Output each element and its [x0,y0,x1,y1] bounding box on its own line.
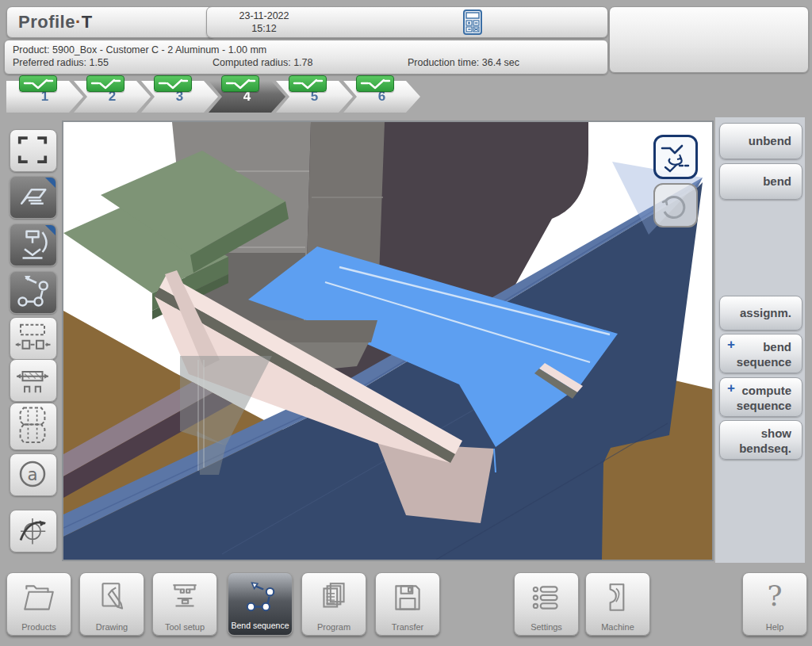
preferred-radius: Preferred radius: 1.55 [13,57,109,68]
step-done-badge-2 [86,75,124,92]
tool-position-button[interactable] [10,359,57,402]
backgauge-fingers-button[interactable] [10,317,57,360]
machine-button[interactable]: Machine [585,572,650,636]
bend-sequence-button[interactable]: + bend sequence [719,334,802,373]
svg-text:a: a [27,464,37,484]
calculator-icon[interactable] [462,10,483,35]
plus-icon: + [727,337,735,353]
drawing-button[interactable]: Drawing [79,572,144,636]
auto-dimension-button[interactable]: a [10,453,57,496]
unfolded-view-button[interactable] [10,403,57,450]
step-done-badge-3 [154,75,192,92]
undo-rotation-button[interactable] [653,183,698,227]
settings-button[interactable]: Settings [514,572,579,636]
step-done-badge-5 [289,75,327,92]
tool-setup-button[interactable]: Tool setup [152,572,217,636]
compute-sequence-button[interactable]: + compute sequence [719,377,802,417]
computed-radius: Computed radius: 1.78 [213,57,312,68]
option-badge-icon [45,178,56,188]
view-part-button[interactable] [10,176,57,219]
transfer-button[interactable]: Transfer [375,572,440,636]
products-button[interactable]: Products [6,572,71,636]
datetime-display: 23-11-2022 15:12 [216,10,312,35]
unbend-button[interactable]: unbend [719,123,802,159]
product-line: Product: 5900_Box - Customer C - 2 Alumi… [13,44,266,55]
header-empty-panel [609,6,809,73]
assignment-button[interactable]: assignm. [719,296,802,331]
app-title-dot: · [75,12,82,32]
header-bar: 23-11-2022 15:12 [206,6,608,38]
view-bend-sequence-button[interactable] [10,271,57,314]
app-title-main: Profile [18,12,75,32]
zoom-fit-button[interactable] [10,129,57,172]
rotate-view-button[interactable] [10,510,57,552]
press-brake-scene [63,122,712,560]
bend-sequence-tab-button[interactable]: Bend sequence [228,572,293,636]
time-text: 15:12 [216,22,312,35]
bend-button[interactable]: bend [719,163,802,200]
app-title-suffix: T [82,12,93,32]
date-text: 23-11-2022 [216,10,312,22]
product-info-bar: Product: 5900_Box - Customer C - 2 Alumi… [4,40,608,75]
svg-text:?: ? [767,579,782,612]
plus-icon: + [727,380,735,396]
step-done-badge-6 [356,75,394,92]
show-bendseq-button[interactable]: show bendseq. [719,420,802,460]
production-time: Production time: 36.4 sec [408,57,519,68]
step-done-badge-1 [19,75,57,92]
view-machine-button[interactable] [10,224,57,266]
3d-viewport[interactable] [62,120,714,561]
app-title: Profile·T [6,6,216,38]
option-badge-icon [45,225,56,235]
step-done-badge-4 [221,75,259,92]
bend-animation-button[interactable] [653,135,698,179]
program-button[interactable]: Program [301,572,366,636]
help-button[interactable]: ? Help [742,572,807,636]
